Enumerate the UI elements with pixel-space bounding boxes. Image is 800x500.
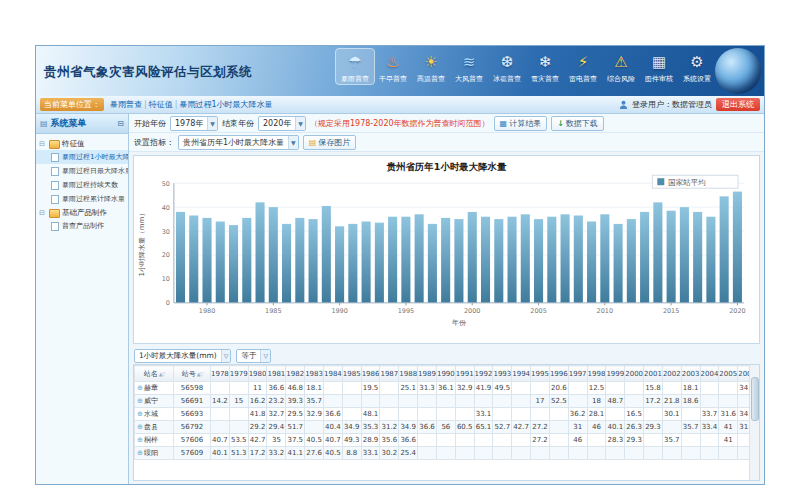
column-header-year[interactable]: 1998 bbox=[587, 366, 606, 382]
table-row[interactable]: ⊕威宁 5669114.21516.223.239.335.71752.5184… bbox=[135, 395, 761, 408]
value-cell: 40.7 bbox=[323, 434, 342, 447]
column-header-year[interactable]: 1978 bbox=[211, 366, 230, 382]
vertical-scrollbar[interactable] bbox=[749, 365, 759, 480]
value-cell bbox=[323, 395, 342, 408]
value-cell: 33.2 bbox=[267, 447, 286, 460]
column-header-year[interactable]: 1999 bbox=[606, 366, 625, 382]
value-cell: 40.5 bbox=[323, 447, 342, 460]
column-header-year[interactable]: 1984 bbox=[323, 366, 342, 382]
column-header-year[interactable]: 2002 bbox=[662, 366, 681, 382]
module-settings[interactable]: ⚙ 系统设置 bbox=[678, 49, 716, 84]
expand-icon[interactable]: ⊕ bbox=[137, 423, 143, 431]
table-row[interactable]: ⊕水城 5669341.832.729.532.936.648.133.136.… bbox=[135, 408, 761, 421]
module-rainstorm[interactable]: ☂ 暴雨普查 bbox=[336, 49, 374, 84]
expand-icon[interactable]: ⊕ bbox=[137, 384, 143, 392]
module-hail[interactable]: ❆ 冰雹普查 bbox=[488, 49, 526, 84]
module-risk[interactable]: ⚠ 综合风险 bbox=[602, 49, 640, 84]
save-image-icon: ▤ bbox=[309, 138, 317, 147]
column-header-year[interactable]: 1995 bbox=[531, 366, 550, 382]
value-cell: 41.8 bbox=[248, 408, 267, 421]
value-cell bbox=[625, 395, 644, 408]
value-cell: 52.5 bbox=[549, 395, 568, 408]
module-drought[interactable]: ♨ 干旱普查 bbox=[374, 49, 412, 84]
sort-icon[interactable]: ▲▽ bbox=[159, 371, 165, 377]
table-row[interactable]: ⊕绥阳 5760940.151.317.233.241.127.640.58.8… bbox=[135, 447, 761, 460]
breadcrumb-item[interactable]: 暴雨普查 bbox=[110, 100, 142, 109]
value-cell bbox=[342, 408, 361, 421]
value-cell bbox=[587, 434, 606, 447]
calculate-button[interactable]: ▦ 计算结果 bbox=[494, 116, 548, 131]
column-header-year[interactable]: 1985 bbox=[342, 366, 361, 382]
column-header-station-id[interactable]: 站号▲▽ bbox=[174, 366, 211, 382]
expand-icon[interactable]: ⊕ bbox=[137, 436, 143, 444]
column-header-year[interactable]: 1997 bbox=[568, 366, 587, 382]
settings-icon: ⚙ bbox=[678, 50, 716, 75]
tree-group[interactable]: ⊟ 特征值 bbox=[36, 137, 128, 150]
expander-icon[interactable]: ⊟ bbox=[39, 140, 47, 148]
field-filter-select[interactable]: 1小时最大降水量(mm) ▽ bbox=[134, 349, 231, 363]
value-cell: 33.7 bbox=[700, 408, 719, 421]
module-wind[interactable]: ≋ 大风普查 bbox=[450, 49, 488, 84]
sidebar-item[interactable]: 暴雨过程持续天数 bbox=[36, 178, 128, 192]
breadcrumb-item[interactable]: 特征值 bbox=[149, 100, 173, 109]
sidebar-item[interactable]: 普查产品制作 bbox=[36, 219, 128, 233]
column-header-year[interactable]: 1988 bbox=[399, 366, 418, 382]
save-image-button[interactable]: ▤ 保存图片 bbox=[303, 135, 357, 150]
module-lightning[interactable]: ⚡ 雷电普查 bbox=[564, 49, 602, 84]
column-header-year[interactable]: 1986 bbox=[361, 366, 380, 382]
column-header-year[interactable]: 1992 bbox=[474, 366, 493, 382]
column-header-year[interactable]: 1989 bbox=[418, 366, 437, 382]
indicator-label: 设置指标： bbox=[134, 137, 174, 148]
column-header-year[interactable]: 1991 bbox=[455, 366, 474, 382]
collapse-all-icon[interactable]: ⊟ bbox=[117, 119, 124, 128]
column-header-year[interactable]: 1980 bbox=[248, 366, 267, 382]
column-header-year[interactable]: 1993 bbox=[493, 366, 512, 382]
sidebar-item[interactable]: 暴雨过程累计降水量 bbox=[36, 192, 128, 206]
operator-filter-select[interactable]: 等于 ▽ bbox=[236, 349, 271, 363]
breadcrumb-item[interactable]: 暴雨过程1小时最大降水量 bbox=[179, 100, 272, 109]
sidebar-item[interactable]: 暴雨过程1小时最大降水量 bbox=[36, 150, 128, 164]
folder-icon bbox=[49, 140, 60, 149]
module-snow[interactable]: ❄ 雪灾普查 bbox=[526, 49, 564, 84]
sort-icon[interactable]: ▲▽ bbox=[197, 371, 203, 377]
module-label: 冰雹普查 bbox=[488, 75, 526, 84]
column-header-year[interactable]: 1987 bbox=[380, 366, 399, 382]
start-year-select[interactable]: 1978年 ▼ bbox=[170, 116, 218, 131]
column-header-year[interactable]: 1981 bbox=[267, 366, 286, 382]
scrollbar-thumb[interactable] bbox=[751, 377, 759, 421]
column-header-year[interactable]: 1996 bbox=[549, 366, 568, 382]
logout-button[interactable]: 退出系统 bbox=[716, 98, 760, 111]
column-header-year[interactable]: 2003 bbox=[681, 366, 700, 382]
value-cell: 29.3 bbox=[644, 421, 663, 434]
column-header-year[interactable]: 1994 bbox=[512, 366, 531, 382]
indicator-select[interactable]: 贵州省历年1小时最大降水量 ▼ bbox=[178, 135, 299, 150]
expand-icon[interactable]: ⊕ bbox=[137, 397, 143, 405]
column-header-year[interactable]: 1979 bbox=[229, 366, 248, 382]
module-map-review[interactable]: ▦ 图件审核 bbox=[640, 49, 678, 84]
module-heat[interactable]: ☀ 高温普查 bbox=[412, 49, 450, 84]
sidebar-item[interactable]: 暴雨过程日最大降水量 bbox=[36, 164, 128, 178]
column-header-year[interactable]: 1982 bbox=[286, 366, 305, 382]
value-cell bbox=[380, 395, 399, 408]
table-row[interactable]: ⊕赫章 565981136.646.818.119.525.131.336.13… bbox=[135, 382, 761, 395]
column-header-station-name[interactable]: 站名▲▽ bbox=[135, 366, 174, 382]
tree-group[interactable]: ⊟ 基础产品制作 bbox=[36, 206, 128, 219]
expander-icon[interactable]: ⊟ bbox=[39, 209, 47, 217]
column-header-year[interactable]: 2005 bbox=[719, 366, 738, 382]
column-header-year[interactable]: 1983 bbox=[305, 366, 324, 382]
value-cell: 65.1 bbox=[474, 421, 493, 434]
expand-icon[interactable]: ⊕ bbox=[137, 449, 143, 457]
table-row[interactable]: ⊕桐梓 5760640.753.542.73537.540.540.749.32… bbox=[135, 434, 761, 447]
expand-icon[interactable]: ⊕ bbox=[137, 410, 143, 418]
value-cell: 28.1 bbox=[587, 408, 606, 421]
column-header-year[interactable]: 2001 bbox=[644, 366, 663, 382]
table-row[interactable]: ⊕盘县 5679229.229.451.740.434.935.331.234.… bbox=[135, 421, 761, 434]
column-header-year[interactable]: 2004 bbox=[700, 366, 719, 382]
column-header-year[interactable]: 1990 bbox=[436, 366, 455, 382]
table-filter-bar: 1小时最大降水量(mm) ▽ 等于 ▽ bbox=[129, 347, 764, 364]
download-button[interactable]: ↓ 数据下载 bbox=[551, 116, 604, 131]
column-header-year[interactable]: 2000 bbox=[625, 366, 644, 382]
svg-text:1980: 1980 bbox=[199, 307, 215, 315]
end-year-select[interactable]: 2020年 ▼ bbox=[258, 116, 306, 131]
value-cell bbox=[455, 447, 474, 460]
